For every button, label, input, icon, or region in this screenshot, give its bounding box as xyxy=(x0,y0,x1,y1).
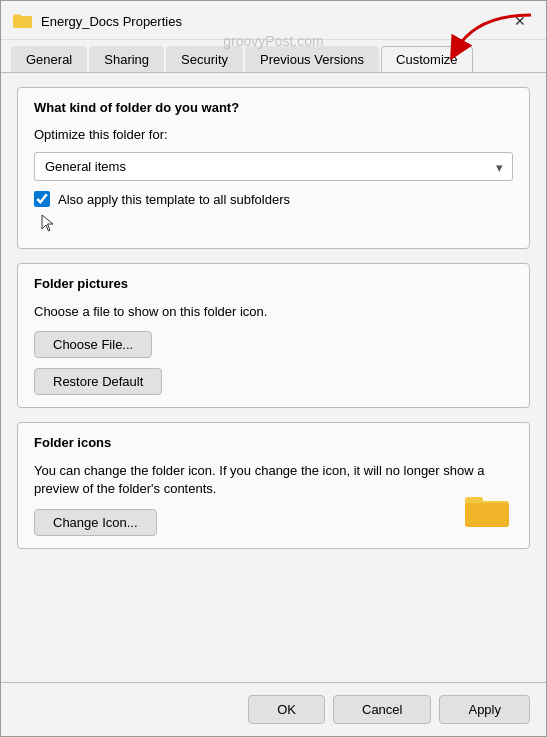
optimize-section: What kind of folder do you want? Optimiz… xyxy=(17,87,530,249)
tab-general[interactable]: General xyxy=(11,46,87,72)
tab-security[interactable]: Security xyxy=(166,46,243,72)
svg-rect-5 xyxy=(465,503,509,527)
cancel-button[interactable]: Cancel xyxy=(333,695,431,724)
ok-button[interactable]: OK xyxy=(248,695,325,724)
choose-file-button[interactable]: Choose File... xyxy=(34,331,152,358)
folder-pictures-heading: Folder pictures xyxy=(34,276,513,291)
tab-previous-versions[interactable]: Previous Versions xyxy=(245,46,379,72)
window-title: Energy_Docs Properties xyxy=(41,14,498,29)
optimize-heading: What kind of folder do you want? xyxy=(34,100,513,115)
cursor-decoration xyxy=(40,213,513,236)
properties-dialog: Energy_Docs Properties groovyPost.com ✕ … xyxy=(0,0,547,737)
change-icon-row: Change Icon... xyxy=(34,509,513,536)
folder-pictures-section: Folder pictures Choose a file to show on… xyxy=(17,263,530,408)
folder-icon-preview xyxy=(465,493,509,532)
content-area: What kind of folder do you want? Optimiz… xyxy=(1,73,546,682)
footer: OK Cancel Apply xyxy=(1,682,546,736)
optimize-label: Optimize this folder for: xyxy=(34,127,513,142)
apply-button[interactable]: Apply xyxy=(439,695,530,724)
folder-icons-section: Folder icons You can change the folder i… xyxy=(17,422,530,548)
folder-icons-heading: Folder icons xyxy=(34,435,513,450)
change-icon-button[interactable]: Change Icon... xyxy=(34,509,157,536)
red-arrow-annotation xyxy=(446,10,536,68)
folder-icons-desc: You can change the folder icon. If you c… xyxy=(34,462,513,498)
restore-default-button[interactable]: Restore Default xyxy=(34,368,162,395)
svg-rect-1 xyxy=(13,15,21,18)
folder-title-icon xyxy=(13,13,33,29)
optimize-dropdown-wrapper[interactable]: General items Documents Pictures Music V… xyxy=(34,152,513,181)
subfolders-checkbox-row: Also apply this template to all subfolde… xyxy=(34,191,513,207)
svg-rect-0 xyxy=(13,16,32,28)
optimize-dropdown[interactable]: General items Documents Pictures Music V… xyxy=(34,152,513,181)
subfolders-label: Also apply this template to all subfolde… xyxy=(58,192,290,207)
folder-pictures-desc: Choose a file to show on this folder ico… xyxy=(34,303,513,321)
tab-sharing[interactable]: Sharing xyxy=(89,46,164,72)
subfolders-checkbox[interactable] xyxy=(34,191,50,207)
tabs-container: General Sharing Security Previous Versio… xyxy=(1,40,546,73)
